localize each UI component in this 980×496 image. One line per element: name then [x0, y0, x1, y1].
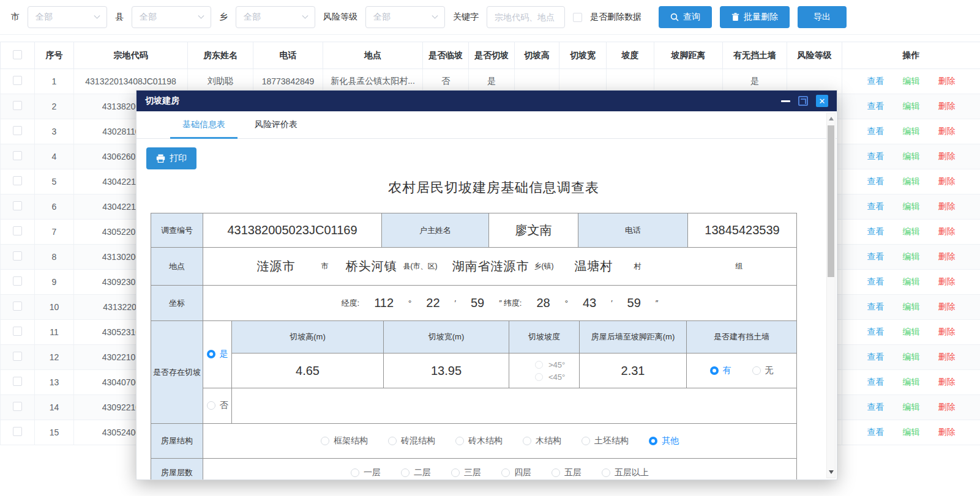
edit-link[interactable]: 编辑 [903, 352, 920, 361]
select-all-checkbox[interactable] [13, 50, 22, 59]
radio-structure-wood[interactable]: 木结构 [523, 435, 561, 446]
radio-slope-gt45[interactable]: >45° [535, 360, 565, 369]
radio-wall-yes[interactable]: 有 [710, 365, 731, 376]
maximize-icon[interactable] [798, 96, 808, 106]
row-checkbox[interactable] [13, 101, 22, 110]
edit-link[interactable]: 编辑 [903, 151, 920, 161]
view-link[interactable]: 查看 [867, 176, 885, 186]
delete-link[interactable]: 删除 [938, 302, 955, 311]
scrollbar-thumb[interactable] [828, 125, 834, 277]
row-checkbox[interactable] [13, 402, 22, 411]
edit-link[interactable]: 编辑 [903, 76, 920, 86]
row-checkbox[interactable] [13, 76, 22, 85]
delete-link[interactable]: 删除 [938, 402, 955, 412]
view-link[interactable]: 查看 [867, 377, 885, 387]
radio-dot [710, 366, 719, 375]
view-link[interactable]: 查看 [867, 402, 885, 412]
edit-link[interactable]: 编辑 [903, 201, 920, 211]
query-button[interactable]: 查询 [659, 6, 712, 28]
radio-floors-5plus[interactable]: 五层以上 [602, 467, 649, 478]
radio-cutslope-yes[interactable]: 是 [207, 349, 228, 360]
edit-link[interactable]: 编辑 [903, 226, 920, 236]
delete-link[interactable]: 删除 [938, 327, 955, 336]
scroll-down-icon[interactable] [827, 468, 835, 476]
view-link[interactable]: 查看 [867, 352, 885, 361]
edit-link[interactable]: 编辑 [903, 251, 920, 261]
close-icon[interactable]: ✕ [816, 95, 828, 107]
radio-floors-1[interactable]: 一层 [351, 467, 381, 478]
row-checkbox[interactable] [13, 251, 22, 261]
radio-floors-5[interactable]: 五层 [552, 467, 582, 478]
minimize-icon[interactable] [781, 100, 790, 102]
view-link[interactable]: 查看 [867, 201, 885, 211]
row-checkbox[interactable] [13, 352, 22, 361]
radio-structure-adobe[interactable]: 土坯结构 [582, 435, 629, 446]
view-link[interactable]: 查看 [867, 126, 885, 136]
scroll-up-icon[interactable] [827, 114, 835, 123]
view-link[interactable]: 查看 [867, 101, 885, 111]
radio-floors-4[interactable]: 四层 [501, 467, 531, 478]
delete-link[interactable]: 删除 [938, 352, 955, 361]
view-link[interactable]: 查看 [867, 76, 885, 86]
radio-cutslope-no[interactable]: 否 [207, 400, 228, 411]
row-checkbox[interactable] [13, 427, 22, 436]
batch-delete-button[interactable]: 批量删除 [720, 6, 790, 28]
view-link[interactable]: 查看 [867, 327, 885, 336]
row-checkbox[interactable] [13, 176, 22, 185]
view-link[interactable]: 查看 [867, 302, 885, 311]
row-checkbox[interactable] [13, 302, 22, 311]
radio-structure-brick-wood[interactable]: 砖木结构 [455, 435, 503, 446]
row-checkbox[interactable] [13, 327, 22, 336]
edit-link[interactable]: 编辑 [903, 276, 920, 286]
radio-structure-brick-concrete[interactable]: 砖混结构 [388, 435, 435, 446]
delete-link[interactable]: 删除 [938, 126, 955, 136]
delete-link[interactable]: 删除 [938, 176, 955, 186]
row-checkbox[interactable] [13, 226, 22, 235]
tab-basic-info[interactable]: 基础信息表 [181, 111, 226, 138]
form-cutslope-rows: 是否存在切坡 是 切坡高(m) 切坡宽(m) 切坡坡度 房屋后墙至坡脚距离(m)… [151, 320, 797, 424]
row-checkbox[interactable] [13, 151, 22, 160]
edit-link[interactable]: 编辑 [903, 427, 920, 437]
edit-link[interactable]: 编辑 [903, 402, 920, 412]
row-checkbox[interactable] [13, 276, 22, 286]
delete-link[interactable]: 删除 [938, 201, 955, 211]
filter-risk-select[interactable]: 全部 [365, 6, 445, 28]
keyword-input[interactable] [487, 6, 565, 28]
view-link[interactable]: 查看 [867, 427, 885, 437]
edit-link[interactable]: 编辑 [903, 327, 920, 336]
view-link[interactable]: 查看 [867, 151, 885, 161]
radio-slope-lt45[interactable]: <45° [535, 372, 565, 382]
export-button[interactable]: 导出 [798, 6, 847, 28]
delete-link[interactable]: 删除 [938, 251, 955, 261]
row-checkbox[interactable] [13, 126, 22, 135]
edit-link[interactable]: 编辑 [903, 101, 920, 111]
delete-link[interactable]: 删除 [938, 276, 955, 286]
edit-link[interactable]: 编辑 [903, 377, 920, 387]
view-link[interactable]: 查看 [867, 276, 885, 286]
radio-structure-frame[interactable]: 框架结构 [321, 435, 368, 446]
row-checkbox[interactable] [13, 201, 22, 210]
delete-link[interactable]: 删除 [938, 101, 955, 111]
view-link[interactable]: 查看 [867, 226, 885, 236]
modal-scrollbar[interactable] [826, 113, 836, 478]
radio-floors-2[interactable]: 二层 [401, 467, 431, 478]
delete-link[interactable]: 删除 [938, 151, 955, 161]
radio-floors-3[interactable]: 三层 [451, 467, 481, 478]
delete-data-checkbox[interactable] [573, 13, 582, 22]
delete-link[interactable]: 删除 [938, 76, 955, 86]
edit-link[interactable]: 编辑 [903, 126, 920, 136]
edit-link[interactable]: 编辑 [903, 176, 920, 186]
filter-county-select[interactable]: 全部 [132, 6, 211, 28]
delete-link[interactable]: 删除 [938, 427, 955, 437]
delete-link[interactable]: 删除 [938, 377, 955, 387]
row-checkbox[interactable] [13, 377, 22, 386]
radio-structure-other[interactable]: 其他 [649, 435, 679, 446]
radio-wall-no[interactable]: 无 [752, 365, 774, 376]
delete-link[interactable]: 删除 [938, 226, 955, 236]
filter-city-select[interactable]: 全部 [28, 6, 107, 28]
view-link[interactable]: 查看 [867, 251, 885, 261]
print-button[interactable]: 打印 [146, 147, 196, 169]
edit-link[interactable]: 编辑 [903, 302, 920, 311]
tab-risk-evaluation[interactable]: 风险评价表 [253, 111, 299, 138]
filter-town-select[interactable]: 全部 [236, 6, 315, 28]
